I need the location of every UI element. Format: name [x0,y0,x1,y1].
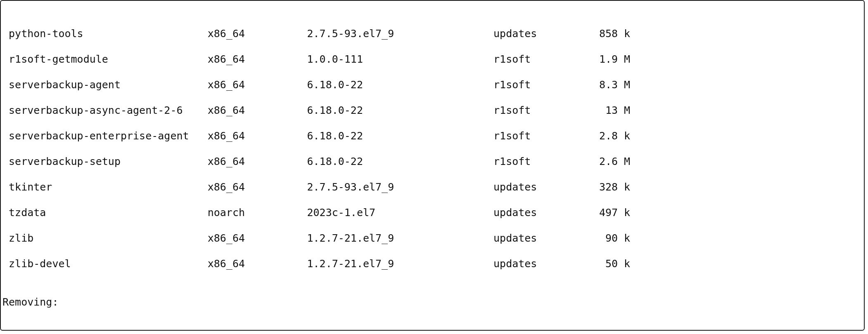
pkg-repo: updates [493,206,581,219]
pkg-arch: x86_64 [208,104,307,117]
pkg-size: 13 M [581,104,630,117]
pkg-size: 8.3 M [581,78,630,91]
pkg-version: 6.18.0-22 [307,104,494,117]
pkg-arch: x86_64 [208,181,307,193]
table-row: python-toolsx86_642.7.5-93.el7_9updates8… [2,27,864,40]
pkg-arch: x86_64 [208,257,307,270]
pkg-size: 328 k [581,181,630,193]
pkg-repo: r1soft [493,129,581,142]
pkg-repo: updates [493,232,581,245]
pkg-repo: updates [493,181,581,193]
pkg-repo: r1soft [493,53,581,66]
pkg-arch: x86_64 [208,129,307,142]
pkg-size: 497 k [581,206,630,219]
table-row: serverbackup-setupx86_646.18.0-22r1soft2… [2,155,864,168]
pkg-version: 6.18.0-22 [307,129,494,142]
pkg-arch: x86_64 [208,232,307,245]
pkg-arch: x86_64 [208,78,307,91]
pkg-repo: r1soft [493,78,581,91]
removing-header: Removing: [2,296,864,308]
pkg-version: 6.18.0-22 [307,78,494,91]
pkg-name: python-tools [9,27,208,40]
pkg-size: 2.6 M [581,155,630,168]
table-row: tkinterx86_642.7.5-93.el7_9updates328 k [2,181,864,193]
pkg-version: 2.7.5-93.el7_9 [307,181,494,193]
pkg-name: zlib-devel [9,257,208,270]
pkg-version: 1.0.0-111 [307,53,494,66]
pkg-name: tkinter [9,181,208,193]
table-row: serverbackup-agentx86_646.18.0-22r1soft8… [2,78,864,91]
pkg-size: 858 k [581,27,630,40]
package-table: python-toolsx86_642.7.5-93.el7_9updates8… [2,14,864,283]
pkg-repo: r1soft [493,155,581,168]
removing-table: kernelx86_643.10.0-1160.71.1.el7@updates… [2,321,864,331]
pkg-version: 2.7.5-93.el7_9 [307,27,494,40]
pkg-name: serverbackup-enterprise-agent [9,129,208,142]
pkg-version: 1.2.7-21.el7_9 [307,257,494,270]
pkg-size: 1.9 M [581,53,630,66]
table-row: zlibx86_641.2.7-21.el7_9updates90 k [2,232,864,245]
pkg-arch: x86_64 [208,53,307,66]
pkg-size: 50 k [581,257,630,270]
pkg-arch: x86_64 [208,155,307,168]
pkg-arch: noarch [208,206,307,219]
pkg-name: serverbackup-agent [9,78,208,91]
pkg-name: r1soft-getmodule [9,53,208,66]
pkg-size: 90 k [581,232,630,245]
terminal-window[interactable]: python-toolsx86_642.7.5-93.el7_9updates8… [0,0,865,331]
pkg-name: serverbackup-async-agent-2-6 [9,104,208,117]
table-row: tzdatanoarch2023c-1.el7updates497 k [2,206,864,219]
pkg-repo: r1soft [493,104,581,117]
table-row: r1soft-getmodulex86_641.0.0-111r1soft1.9… [2,53,864,66]
pkg-size: 2.8 k [581,129,630,142]
pkg-repo: updates [493,27,581,40]
pkg-arch: x86_64 [208,27,307,40]
pkg-version: 1.2.7-21.el7_9 [307,232,494,245]
pkg-version: 2023c-1.el7 [307,206,494,219]
pkg-repo: updates [493,257,581,270]
pkg-version: 6.18.0-22 [307,155,494,168]
pkg-name: serverbackup-setup [9,155,208,168]
pkg-name: zlib [9,232,208,245]
pkg-name: tzdata [9,206,208,219]
table-row: zlib-develx86_641.2.7-21.el7_9updates50 … [2,257,864,270]
table-row: serverbackup-enterprise-agentx86_646.18.… [2,129,864,142]
table-row: serverbackup-async-agent-2-6x86_646.18.0… [2,104,864,117]
